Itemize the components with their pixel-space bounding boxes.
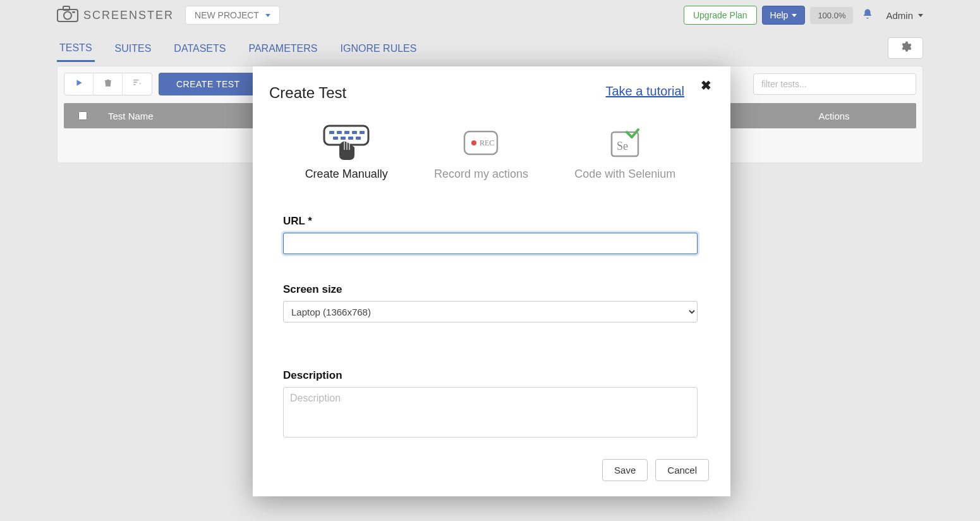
- play-icon: [75, 78, 83, 90]
- take-tutorial-link[interactable]: Take a tutorial: [605, 84, 684, 99]
- brand-text: SCREENSTER: [83, 9, 174, 22]
- upgrade-plan-button[interactable]: Upgrade Plan: [684, 6, 757, 25]
- svg-rect-2: [63, 6, 70, 10]
- brand: SCREENSTER: [57, 6, 174, 25]
- url-label: URL *: [283, 215, 698, 228]
- chevron-down-icon: [265, 14, 270, 17]
- option-label: Record my actions: [434, 168, 528, 181]
- settings-button[interactable]: [888, 37, 923, 59]
- svg-rect-11: [352, 131, 357, 134]
- chevron-down-icon: [792, 14, 797, 17]
- sort-button[interactable]: [123, 73, 152, 95]
- svg-point-18: [471, 140, 476, 145]
- creation-method-options: Create Manually REC Record my actions: [269, 125, 711, 181]
- project-dropdown-label: NEW PROJECT: [195, 10, 259, 20]
- run-button[interactable]: [64, 73, 94, 95]
- svg-rect-3: [72, 11, 75, 13]
- sort-icon: [132, 78, 142, 90]
- help-label: Help: [770, 10, 789, 20]
- option-code-selenium[interactable]: Se Code with Selenium: [574, 125, 675, 181]
- create-test-button[interactable]: CREATE TEST: [159, 73, 258, 95]
- chevron-down-icon: [918, 14, 923, 17]
- screen-size-select[interactable]: Laptop (1366x768): [283, 301, 698, 322]
- select-all-cell: [64, 111, 102, 120]
- save-button[interactable]: Save: [602, 459, 648, 481]
- nav-tabs: TESTS SUITES DATASETS PARAMETERS IGNORE …: [0, 30, 980, 66]
- tab-suites[interactable]: SUITES: [112, 35, 154, 61]
- usage-percent: 100.0%: [810, 7, 853, 24]
- tab-datasets[interactable]: DATASETS: [171, 35, 228, 61]
- svg-rect-9: [337, 131, 342, 134]
- modal-title: Create Test: [269, 84, 346, 102]
- option-label: Code with Selenium: [574, 168, 675, 181]
- tab-tests[interactable]: TESTS: [57, 35, 95, 62]
- screen-size-label: Screen size: [283, 283, 698, 296]
- help-dropdown[interactable]: Help: [762, 6, 806, 25]
- svg-rect-12: [360, 131, 365, 134]
- select-all-checkbox[interactable]: [78, 111, 87, 120]
- tab-parameters[interactable]: PARAMETERS: [246, 35, 320, 61]
- trash-icon: [104, 78, 112, 90]
- record-icon: REC: [463, 125, 499, 161]
- svg-rect-8: [329, 131, 334, 134]
- filter-tests-input[interactable]: [753, 73, 916, 95]
- cancel-button[interactable]: Cancel: [655, 459, 709, 481]
- close-button[interactable]: ✖: [701, 78, 711, 93]
- create-test-modal: Create Test Take a tutorial ✖: [253, 66, 730, 496]
- tab-ignore-rules[interactable]: IGNORE RULES: [338, 35, 420, 61]
- option-create-manually[interactable]: Create Manually: [305, 125, 388, 181]
- description-label: Description: [283, 369, 698, 382]
- description-textarea[interactable]: [283, 387, 698, 438]
- option-label: Create Manually: [305, 168, 388, 181]
- svg-rect-6: [133, 84, 136, 85]
- svg-rect-4: [133, 80, 138, 81]
- keyboard-hand-icon: [320, 125, 372, 161]
- admin-label: Admin: [886, 10, 913, 21]
- svg-text:Se: Se: [617, 140, 628, 152]
- svg-rect-16: [356, 137, 361, 140]
- svg-text:REC: REC: [480, 138, 494, 147]
- svg-rect-10: [344, 131, 349, 134]
- toolbar-group: [64, 73, 152, 95]
- svg-rect-13: [333, 137, 338, 140]
- svg-rect-15: [348, 137, 353, 140]
- col-actions: Actions: [752, 111, 916, 121]
- selenium-icon: Se: [609, 125, 641, 161]
- option-record-actions[interactable]: REC Record my actions: [434, 125, 528, 181]
- project-dropdown[interactable]: NEW PROJECT: [185, 6, 280, 25]
- close-icon: ✖: [701, 78, 711, 92]
- delete-button[interactable]: [94, 73, 123, 95]
- bell-icon[interactable]: [862, 8, 873, 23]
- admin-dropdown[interactable]: Admin: [886, 10, 923, 21]
- svg-rect-5: [133, 82, 137, 83]
- camera-icon: [57, 6, 78, 25]
- svg-rect-14: [341, 137, 346, 140]
- app-header: SCREENSTER NEW PROJECT Upgrade Plan Help…: [0, 0, 980, 30]
- url-input[interactable]: [283, 233, 698, 254]
- gear-icon: [899, 40, 912, 56]
- svg-point-1: [64, 12, 71, 20]
